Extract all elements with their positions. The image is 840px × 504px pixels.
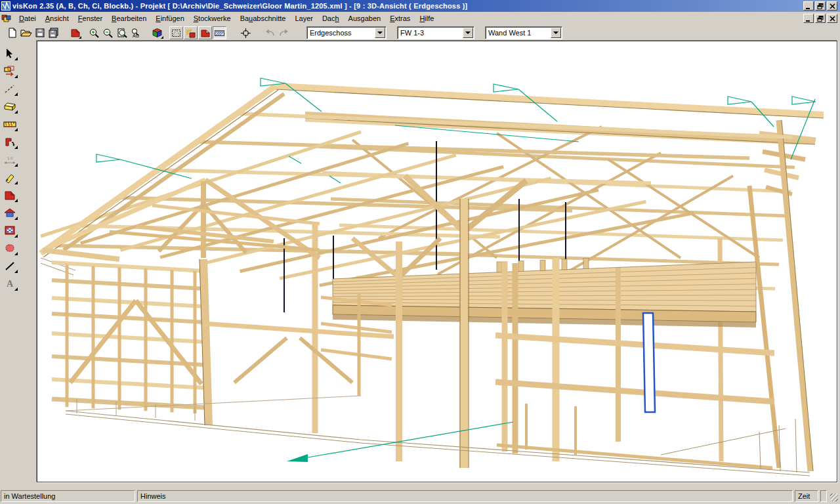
child-restore-button[interactable] xyxy=(815,14,826,23)
save-button[interactable] xyxy=(33,26,47,39)
viskon-logo-icon xyxy=(1,1,10,10)
sun-shading-button[interactable] xyxy=(184,26,198,39)
beam-tool-icon xyxy=(3,100,16,112)
menu-datei[interactable]: Datei xyxy=(14,13,41,24)
dashed-line-tool-button[interactable] xyxy=(2,81,18,96)
storey-dropdown[interactable]: Erdgeschoss xyxy=(306,26,387,39)
zoom-out-icon xyxy=(102,28,114,39)
tool-palette: 1 2 31.0A xyxy=(0,41,20,489)
storey-dropdown-button[interactable] xyxy=(375,28,385,38)
text-tool-icon: A xyxy=(4,278,16,289)
svg-text:1 2 3: 1 2 3 xyxy=(5,123,12,127)
child-close-button[interactable] xyxy=(827,14,837,23)
redo-button xyxy=(277,26,291,39)
menu-ausgaben[interactable]: Ausgaben xyxy=(344,13,386,24)
minimize-button[interactable] xyxy=(803,1,814,10)
insulation-tool-icon xyxy=(4,242,16,254)
chevron-down-icon xyxy=(465,32,471,34)
close-button[interactable] xyxy=(827,1,837,10)
zoom-page-button[interactable] xyxy=(115,26,129,39)
wireframe-view-icon xyxy=(171,28,182,38)
wall-dropdown[interactable]: Wand West 1 xyxy=(485,26,562,39)
section-dropdown-button[interactable] xyxy=(463,28,473,38)
menu-bar: DateiAnsichtFensterBearbeitenEinfügenSto… xyxy=(0,12,840,25)
hatch-texture-icon xyxy=(214,29,225,37)
crosshair-button[interactable] xyxy=(239,26,253,39)
document-window-icon xyxy=(1,14,12,23)
menu-bauabschnitte[interactable]: Bauabschnitte xyxy=(236,13,291,24)
title-bar: visKon 2.35 (A, B, Ch, Ci, Blockb.) - Pr… xyxy=(0,0,840,12)
minimize-icon xyxy=(805,16,812,22)
section-dropdown[interactable]: FW 1-3 xyxy=(397,26,474,39)
menu-einfgen[interactable]: Einfügen xyxy=(151,13,188,24)
measure-tool-button[interactable]: 1 2 3 xyxy=(2,116,18,132)
save-all-icon xyxy=(48,28,60,38)
restore-icon xyxy=(817,3,824,9)
roof-tool-button[interactable] xyxy=(68,26,82,39)
roof-corner-tool-icon xyxy=(4,189,16,201)
new-document-button[interactable] xyxy=(5,26,19,39)
zoom-out-button[interactable] xyxy=(101,26,115,39)
zoom-in-button[interactable] xyxy=(87,26,101,39)
wall-dropdown-button[interactable] xyxy=(551,28,561,38)
save-all-button[interactable] xyxy=(47,26,60,39)
menu-fenster[interactable]: Fenster xyxy=(74,13,107,24)
hatch-texture-button[interactable] xyxy=(213,26,226,39)
minimize-icon xyxy=(805,3,812,9)
roof-flag-button[interactable] xyxy=(198,26,212,39)
menu-layer[interactable]: Layer xyxy=(290,13,318,24)
close-icon xyxy=(830,16,835,22)
toolbar-separator xyxy=(291,26,306,39)
3d-viewport[interactable] xyxy=(37,41,837,482)
zoom-in-icon xyxy=(89,28,100,39)
toolbar-separator xyxy=(227,26,239,39)
menu-ansicht[interactable]: Ansicht xyxy=(41,13,74,24)
menu-hilfe[interactable]: Hilfe xyxy=(415,13,438,24)
storey-value: Erdgeschoss xyxy=(307,29,375,37)
line-tool-button[interactable] xyxy=(2,258,18,274)
dashed-line-tool-icon xyxy=(4,83,16,94)
menu-dach[interactable]: Dach xyxy=(318,13,344,24)
menu-extras[interactable]: Extras xyxy=(385,13,415,24)
roof-corner-tool-button[interactable] xyxy=(2,187,18,203)
panel-tool-icon xyxy=(4,224,16,236)
child-minimize-button[interactable] xyxy=(803,14,814,23)
crosshair-icon xyxy=(240,28,251,39)
selected-member[interactable] xyxy=(643,313,655,412)
pencil-beam-tool-button[interactable] xyxy=(2,169,18,185)
toolbar-separator xyxy=(253,26,263,39)
line-tool-icon xyxy=(4,260,16,272)
dimension-tool-button: 1.0 xyxy=(2,152,18,167)
status-mode: in Wartestellung xyxy=(1,490,135,502)
resize-grip[interactable] xyxy=(828,490,839,502)
undo-icon xyxy=(264,28,276,37)
zoom-letters-icon: AΩ xyxy=(130,28,141,39)
left-wall-framing xyxy=(52,262,205,413)
panel-tool-button[interactable] xyxy=(2,222,18,238)
wireframe-view-button[interactable] xyxy=(169,26,183,39)
open-folder-button[interactable] xyxy=(19,26,33,39)
main-toolbar: AΩ Erdgeschoss FW 1-3 Wand West 1 xyxy=(0,25,840,41)
section-value: FW 1-3 xyxy=(398,29,463,37)
wall-copy-tool-button[interactable] xyxy=(2,63,18,79)
cube-3d-icon xyxy=(152,28,163,39)
text-tool-button[interactable]: A xyxy=(2,276,18,291)
menu-stockwerke[interactable]: Stockwerke xyxy=(189,13,236,24)
save-icon xyxy=(35,28,45,38)
insulation-tool-button[interactable] xyxy=(2,240,18,256)
svg-text:1.0: 1.0 xyxy=(7,156,13,160)
menu-bearbeiten[interactable]: Bearbeiten xyxy=(107,13,151,24)
cube-3d-button[interactable] xyxy=(150,26,164,39)
rotate-tool-button[interactable] xyxy=(2,134,18,150)
pencil-beam-tool-icon xyxy=(4,171,16,183)
house-tool-button[interactable] xyxy=(2,205,18,220)
status-hint: Hinweis xyxy=(137,490,793,502)
beam-tool-button[interactable] xyxy=(2,98,18,114)
restore-button[interactable] xyxy=(815,1,826,10)
wall-value: Wand West 1 xyxy=(486,29,551,37)
zoom-letters-button[interactable]: AΩ xyxy=(129,26,142,39)
select-arrow-button[interactable] xyxy=(2,45,18,61)
restore-icon xyxy=(817,16,824,22)
close-icon xyxy=(830,3,835,9)
select-arrow-icon xyxy=(4,47,16,59)
